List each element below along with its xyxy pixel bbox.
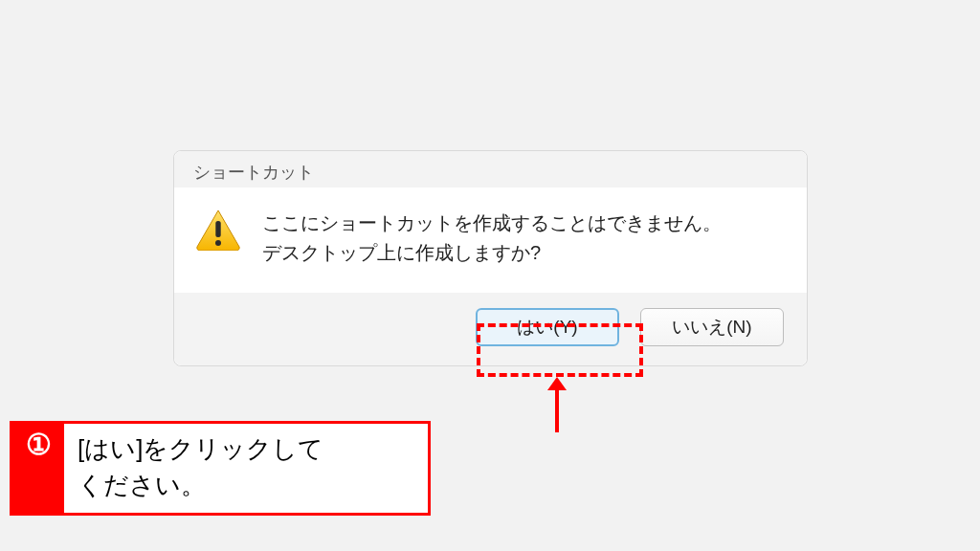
no-button[interactable]: いいえ(N) bbox=[640, 308, 784, 346]
dialog-message-line2: デスクトップ上に作成しますか? bbox=[262, 238, 722, 268]
instruction-step-number: ① bbox=[12, 424, 64, 513]
callout-arrow-icon bbox=[538, 377, 576, 434]
dialog-body: ここにショートカットを作成することはできません。 デスクトップ上に作成しますか? bbox=[174, 187, 807, 293]
dialog-message: ここにショートカットを作成することはできません。 デスクトップ上に作成しますか? bbox=[262, 209, 722, 268]
dialog-message-line1: ここにショートカットを作成することはできません。 bbox=[262, 209, 722, 238]
svg-rect-0 bbox=[215, 221, 220, 237]
dialog-titlebar: ショートカット bbox=[174, 151, 807, 187]
dialog-button-row: はい(Y) いいえ(N) bbox=[174, 293, 807, 365]
instruction-text: [はい]をクリックして ください。 bbox=[64, 424, 428, 513]
shortcut-dialog: ショートカット ここにショートカットを作成することはできません。 デスクトップ上… bbox=[173, 150, 808, 366]
dialog-title: ショートカット bbox=[193, 163, 314, 182]
yes-button[interactable]: はい(Y) bbox=[476, 308, 619, 346]
svg-point-1 bbox=[215, 240, 221, 246]
instruction-callout: ① [はい]をクリックして ください。 bbox=[10, 421, 431, 516]
warning-icon bbox=[195, 209, 241, 251]
svg-marker-3 bbox=[547, 377, 567, 390]
